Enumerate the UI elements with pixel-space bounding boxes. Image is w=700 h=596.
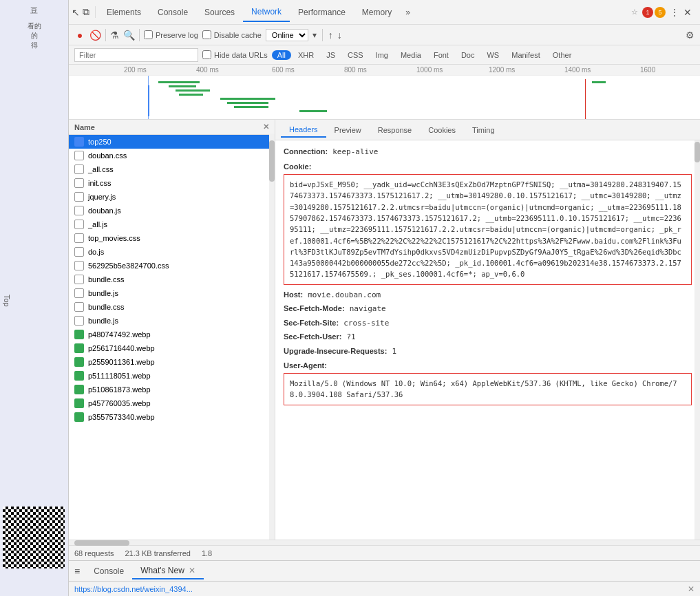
qr-code: [3, 507, 65, 568]
file-item-do-js[interactable]: do.js: [69, 245, 275, 259]
file-item-top-movies-css[interactable]: top_movies.css: [69, 231, 275, 245]
cursor-icon[interactable]: ↖: [72, 7, 80, 18]
detail-tab-cookies[interactable]: Cookies: [420, 123, 464, 137]
url-bar: https://blog.csdn.net/weixin_4394... ✕: [69, 581, 700, 596]
file-item-init-css[interactable]: init.css: [69, 176, 275, 190]
download-icon[interactable]: ↓: [337, 30, 342, 41]
file-item-p2559[interactable]: p2559011361.webp: [69, 355, 275, 369]
file-list-close[interactable]: ✕: [263, 123, 269, 131]
bottom-tab-console[interactable]: Console: [85, 564, 132, 579]
filter-pills: All XHR JS CSS Img Media Font Doc WS Man…: [272, 50, 577, 60]
pill-css[interactable]: CSS: [342, 50, 369, 60]
detail-tab-preview[interactable]: Preview: [326, 123, 370, 137]
file-item-p2561[interactable]: p2561716440.webp: [69, 341, 275, 355]
sec-fetch-mode-row: Sec-Fetch-Mode: navigate: [284, 303, 692, 315]
detail-tab-headers[interactable]: Headers: [281, 123, 326, 138]
timeline-area: 200 ms 400 ms 600 ms 800 ms 1000 ms 1200…: [69, 65, 700, 120]
bottom-tab-whatsnew[interactable]: What's New ✕: [132, 563, 204, 579]
pill-img[interactable]: Img: [370, 50, 394, 60]
pill-all[interactable]: All: [272, 50, 291, 60]
hide-data-urls-label[interactable]: Hide data URLs: [202, 50, 268, 59]
horizontal-scrollbar[interactable]: [69, 540, 700, 545]
connection-value: keep-alive: [332, 147, 378, 156]
disable-cache-label[interactable]: Disable cache: [202, 30, 262, 39]
file-item-p355[interactable]: p3557573340.webp: [69, 410, 275, 424]
whatsnew-close-btn[interactable]: ✕: [189, 566, 195, 575]
file-item-douban-js[interactable]: douban.js: [69, 204, 275, 217]
upload-icon[interactable]: ↑: [328, 30, 333, 41]
preserve-log-checkbox[interactable]: [144, 30, 153, 39]
url-bar-close[interactable]: ✕: [688, 584, 694, 594]
ua-value-box: Mozilla/5.0 (Windows NT 10.0; Win64; x64…: [284, 373, 692, 405]
file-list-scrollbar[interactable]: [269, 134, 275, 540]
tab-console[interactable]: Console: [149, 3, 196, 21]
devtools-close-btn[interactable]: ✕: [683, 7, 692, 18]
record-btn[interactable]: ●: [74, 30, 85, 41]
tab-elements[interactable]: Elements: [98, 3, 149, 21]
pill-js[interactable]: JS: [321, 50, 341, 60]
file-item-all-js[interactable]: _all.js: [69, 217, 275, 231]
ruler-400ms: 400 ms: [196, 66, 219, 74]
file-list-scrollbar-thumb[interactable]: [269, 140, 275, 182]
disable-cache-checkbox[interactable]: [202, 30, 211, 39]
bookmark-icon[interactable]: ☆: [631, 8, 638, 17]
search-btn[interactable]: 🔍: [123, 30, 135, 41]
pill-font[interactable]: Font: [428, 50, 454, 60]
bottom-menu-icon[interactable]: ≡: [74, 566, 80, 577]
uir-label: Upgrade-Insecure-Requests:: [284, 347, 387, 355]
detail-content[interactable]: Connection: keep-alive Cookie: bid=vpJSx…: [275, 140, 700, 540]
sidebar-text: 豆: [3, 6, 65, 16]
pill-manifest[interactable]: Manifest: [506, 50, 546, 60]
devtools-menu-icon[interactable]: ⋮: [670, 7, 679, 18]
file-item-562[interactable]: 562925b5e3824700.css: [69, 259, 275, 273]
tab-network[interactable]: Network: [243, 3, 290, 22]
host-label: Host:: [284, 290, 303, 299]
pill-media[interactable]: Media: [395, 50, 427, 60]
device-icon[interactable]: ⧉: [83, 6, 89, 18]
file-list-scroll[interactable]: top250 douban.css _all.css init.css: [69, 135, 275, 540]
tab-performance[interactable]: Performance: [290, 3, 354, 21]
pill-ws[interactable]: WS: [481, 50, 505, 60]
network-settings-icon[interactable]: ⚙: [686, 30, 694, 41]
file-item-bundle-css-2[interactable]: bundle.css: [69, 300, 275, 314]
pill-doc[interactable]: Doc: [456, 50, 480, 60]
file-item-top250[interactable]: top250: [69, 135, 275, 149]
file-item-bundle-css-1[interactable]: bundle.css: [69, 273, 275, 286]
more-tabs-btn[interactable]: »: [400, 3, 416, 21]
file-item-p480[interactable]: p480747492.webp: [69, 328, 275, 341]
tab-sources[interactable]: Sources: [196, 3, 243, 21]
file-item-p457[interactable]: p457760035.webp: [69, 396, 275, 410]
horizontal-scrollbar-thumb[interactable]: [74, 540, 129, 546]
throttle-dropdown-icon[interactable]: ▾: [312, 30, 317, 40]
ruler-1600: 1600: [640, 66, 655, 74]
ruler-1400ms: 1400 ms: [564, 66, 591, 74]
hide-data-urls-checkbox[interactable]: [202, 50, 211, 59]
pill-other[interactable]: Other: [547, 50, 577, 60]
tab-memory[interactable]: Memory: [354, 3, 400, 21]
pill-xhr[interactable]: XHR: [293, 50, 319, 60]
filter-btn[interactable]: ⚗: [110, 30, 119, 41]
detail-scrollbar-thumb[interactable]: [694, 142, 700, 162]
detail-tab-timing[interactable]: Timing: [464, 123, 503, 137]
ruler-1000ms: 1000 ms: [416, 66, 443, 74]
file-item-p510[interactable]: p510861873.webp: [69, 383, 275, 396]
file-item-bundle-js-1[interactable]: bundle.js: [69, 286, 275, 300]
detail-scrollbar[interactable]: [694, 140, 700, 540]
clear-btn[interactable]: 🚫: [89, 30, 101, 41]
url-text[interactable]: https://blog.csdn.net/weixin_4394...: [74, 585, 193, 593]
file-item-p511[interactable]: p511118051.webp: [69, 369, 275, 383]
ua-label-row: User-Agent:: [284, 360, 692, 372]
file-item-bundle-js-2[interactable]: bundle.js: [69, 314, 275, 328]
transferred-size: 21.3 KB transferred: [125, 549, 190, 557]
detail-tab-response[interactable]: Response: [370, 123, 421, 137]
connection-label: Connection:: [284, 147, 328, 156]
online-select[interactable]: Online: [266, 29, 308, 41]
preserve-log-label[interactable]: Preserve log: [144, 30, 198, 39]
file-item-all-css[interactable]: _all.css: [69, 162, 275, 176]
ruler-600ms: 600 ms: [272, 66, 295, 74]
file-item-jquery[interactable]: jquery.js: [69, 190, 275, 204]
ruler-1200ms: 1200 ms: [489, 66, 515, 74]
file-item-douban-css[interactable]: douban.css: [69, 149, 275, 162]
filter-input[interactable]: [74, 48, 198, 62]
ua-label: User-Agent:: [284, 361, 327, 370]
